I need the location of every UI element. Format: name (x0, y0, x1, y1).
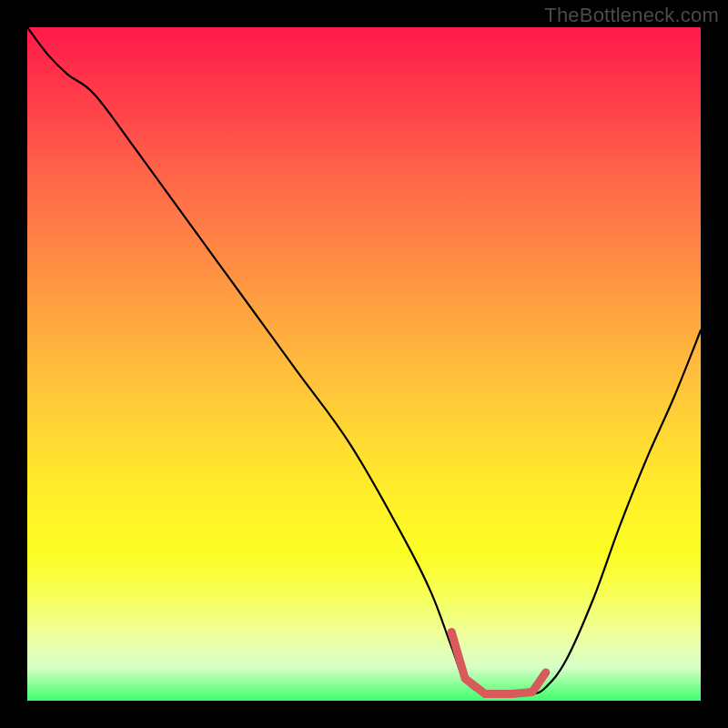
chart-area (27, 27, 701, 701)
bottleneck-curve-svg (27, 27, 701, 701)
flat-region-highlight (451, 632, 546, 694)
bottleneck-curve-path (27, 27, 701, 695)
watermark-text: TheBottleneck.com (544, 4, 719, 27)
